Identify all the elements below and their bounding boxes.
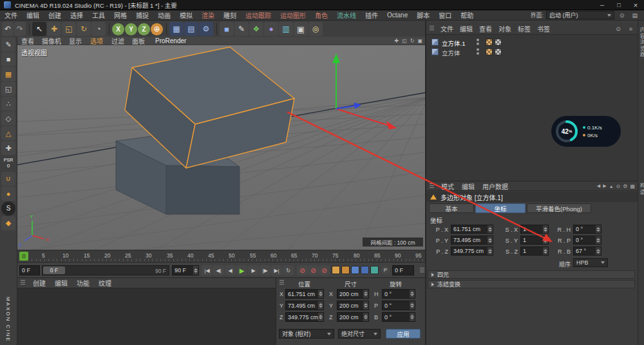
attr-rb-field[interactable]: 67 ° (573, 247, 601, 256)
key-parameter-toggle[interactable] (361, 266, 369, 274)
rotation-h-field[interactable]: 0 ° (382, 289, 415, 299)
material-menu-texture[interactable]: 纹理 (94, 278, 116, 288)
field-stepper[interactable] (596, 225, 601, 233)
section-label-coordinates[interactable]: 坐标 (430, 216, 442, 225)
model-mode-button[interactable]: ■ (1, 52, 15, 66)
next-key-button[interactable]: |▶ (260, 265, 270, 275)
snap-toggle-button[interactable]: ∪ (1, 172, 15, 186)
viewport-menu-display[interactable]: 显示 (65, 36, 86, 46)
mograph-menu-button[interactable]: ❖ (249, 22, 263, 36)
undo-button[interactable]: ↶ (2, 22, 14, 36)
menu-item-motion-tracker[interactable]: 运动跟踪 (241, 10, 276, 20)
end-frame-field[interactable]: 90 F (172, 265, 199, 275)
view-label[interactable]: 透视视图 (21, 48, 47, 57)
rotation-p-field[interactable]: 0 ° (382, 301, 415, 310)
vertical-tab-content-browser[interactable]: 内容浏览器 (638, 27, 644, 58)
attr-sz-field[interactable]: 1 (520, 247, 549, 256)
current-frame-marker[interactable]: 0 (19, 252, 28, 261)
apply-button[interactable]: 应用 (386, 329, 421, 339)
viewport-menu-options[interactable]: 选项 (86, 36, 108, 46)
field-stepper[interactable] (410, 301, 415, 310)
phong-tag-icon[interactable] (495, 39, 502, 46)
move-tool-button[interactable]: ✚ (47, 22, 61, 36)
up-icon[interactable]: ▲ (609, 184, 614, 189)
am-menu-userdata[interactable]: 用户数据 (478, 182, 512, 191)
object-name[interactable]: 立方体.1 (442, 39, 465, 48)
field-stepper[interactable] (488, 225, 493, 233)
section-quaternion[interactable]: 四元 (428, 270, 635, 279)
polygons-mode-button[interactable]: △ (1, 126, 15, 140)
field-stepper[interactable] (363, 290, 368, 298)
field-stepper[interactable] (363, 301, 368, 310)
coordinate-system-button[interactable]: ⊕ (151, 23, 163, 35)
prev-frame-button[interactable]: ◀ (225, 265, 236, 275)
menu-item-simulate[interactable]: 模拟 (175, 10, 197, 20)
render-settings-button[interactable]: ⚙ (199, 22, 213, 36)
p-toggle-button[interactable]: P (381, 266, 390, 274)
key-pla-toggle[interactable] (370, 266, 379, 274)
light-menu-button[interactable]: ◎ (308, 22, 323, 36)
minimize-button[interactable]: ─ (594, 2, 611, 8)
goto-start-button[interactable]: |◀ (202, 265, 213, 275)
prev-key-button[interactable]: ◀| (213, 265, 224, 275)
menu-item-pipeline[interactable]: 流水线 (332, 10, 361, 20)
panel-grip-icon[interactable] (279, 280, 284, 286)
render-picture-viewer-button[interactable]: ▤ (184, 22, 198, 36)
rotation-b-field[interactable]: 0 ° (382, 312, 415, 322)
primitives-menu-button[interactable]: ■ (220, 22, 234, 36)
panel-grip-icon[interactable] (430, 26, 434, 32)
section-freeze-transform[interactable]: 冻结变换 (428, 280, 635, 288)
render-view-button[interactable]: ▦ (169, 22, 184, 36)
position-y-field[interactable]: 73.495 cm (285, 301, 324, 310)
menu-item-render[interactable]: 渲染 (197, 10, 219, 20)
attr-py-field[interactable]: 73.495 cm (451, 236, 493, 245)
history-back-icon[interactable]: ◀ (597, 183, 600, 189)
panel-options-icon[interactable]: ≡ (627, 26, 635, 32)
texture-mode-button[interactable]: ▦ (1, 67, 15, 81)
settings-icon[interactable]: ⚙ (623, 183, 627, 189)
field-stepper[interactable] (318, 290, 323, 298)
last-tool-button[interactable]: ◔ (91, 22, 106, 36)
x-axis-lock-button[interactable]: X (112, 23, 124, 35)
field-stepper[interactable] (596, 236, 601, 244)
menu-item-character[interactable]: 角色 (310, 10, 332, 20)
timeline-ruler[interactable]: 0 5 10 15 20 25 30 35 40 45 50 55 60 65 … (17, 250, 425, 262)
size-x-field[interactable]: 200 cm (337, 289, 369, 299)
field-stepper[interactable] (363, 313, 368, 321)
field-stepper[interactable] (488, 236, 493, 244)
points-mode-button[interactable]: ∴ (1, 97, 15, 111)
keyframe-selection-button[interactable]: ⊘ (319, 265, 330, 275)
edges-mode-button[interactable]: ◇ (1, 111, 15, 126)
field-stepper[interactable] (543, 247, 548, 255)
playhead-frame-field[interactable]: 0 F (392, 265, 414, 275)
field-stepper[interactable] (543, 225, 548, 233)
next-frame-button[interactable]: ▶ (248, 265, 259, 275)
scale-tool-button[interactable]: ◱ (62, 22, 76, 36)
spline-menu-button[interactable]: ✎ (234, 22, 249, 36)
tab-coordinates[interactable]: 坐标 (475, 203, 526, 213)
pan-view-icon[interactable]: ✚ (394, 38, 399, 44)
size-y-field[interactable]: 200 cm (337, 301, 369, 310)
menu-item-mesh[interactable]: 网格 (109, 10, 131, 20)
menu-item-file[interactable]: 文件 (0, 10, 22, 20)
attr-px-field[interactable]: 61.751 cm (451, 225, 493, 234)
loop-button[interactable]: ↻ (283, 265, 294, 275)
vertical-tab-structure[interactable]: 构造 (638, 183, 644, 195)
position-x-field[interactable]: 61.751 cm (285, 289, 324, 299)
order-dropdown[interactable]: HPB (573, 258, 608, 267)
camera-menu-button[interactable]: ▣ (294, 22, 308, 36)
history-forward-icon[interactable]: ▶ (603, 183, 606, 189)
menu-item-window[interactable]: 窗口 (434, 10, 456, 20)
record-keyframe-button[interactable]: ⊘ (297, 265, 308, 275)
am-menu-mode[interactable]: 模式 (437, 182, 458, 191)
current-frame-field[interactable]: 0 F (19, 265, 40, 275)
timeline-slider-handle[interactable]: 0 F (43, 266, 65, 274)
z-axis-lock-button[interactable]: Z (138, 23, 150, 35)
menu-item-mograph[interactable]: 运动图形 (276, 10, 310, 20)
axis-mode-button[interactable]: ✚ (1, 141, 15, 155)
search-icon[interactable]: ⊙ (616, 183, 621, 189)
field-stepper[interactable] (543, 236, 548, 244)
system-monitor-overlay[interactable]: 42% 0.1K/s 0K/s (551, 116, 621, 147)
field-stepper[interactable] (318, 301, 323, 310)
play-button[interactable]: ▶ (236, 265, 247, 275)
